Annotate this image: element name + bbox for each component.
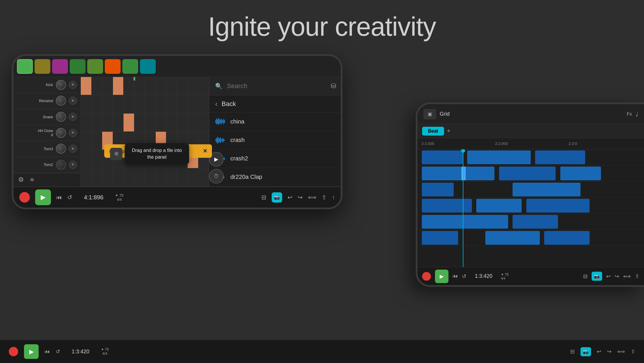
timeline-clip-10[interactable] xyxy=(526,199,590,213)
grid-cell-3-0[interactable] xyxy=(81,132,92,150)
timeline-clip-11[interactable] xyxy=(422,215,508,229)
track-add-rimshot[interactable]: + xyxy=(69,97,77,105)
grid-cell-1-6[interactable] xyxy=(145,95,156,113)
sound-item-china[interactable]: china xyxy=(209,112,341,131)
bottom-play-btn[interactable]: ▶ xyxy=(24,344,39,359)
gear-icon[interactable]: ⚙ xyxy=(18,176,24,184)
grid-cell-0-0[interactable] xyxy=(81,77,92,95)
grid-cell-2-3[interactable] xyxy=(113,114,124,131)
grid-cell-0-7[interactable] xyxy=(156,77,167,95)
back-row[interactable]: ‹ Back xyxy=(209,95,341,112)
redo-icon[interactable]: ↪ xyxy=(298,194,303,201)
grid-cell-3-1[interactable] xyxy=(92,132,102,150)
right-share-icon[interactable]: ⇧ xyxy=(635,273,639,280)
sound-item-crash2[interactable]: crash2 xyxy=(209,150,341,168)
mixer-icon[interactable]: ⊟ xyxy=(261,194,266,201)
bottom-camera-icon[interactable]: 📷 xyxy=(580,347,591,356)
track-add-tom3[interactable]: + xyxy=(69,145,77,153)
grid-cell-5-10[interactable] xyxy=(188,168,198,186)
grid-cell-5-2[interactable] xyxy=(102,168,113,186)
grid-cell-2-10[interactable] xyxy=(188,114,198,131)
grid-cell-4-0[interactable] xyxy=(81,150,92,168)
right-play-btn[interactable]: ▶ xyxy=(435,270,448,283)
timeline-clip-4[interactable] xyxy=(499,167,556,180)
filter-icon[interactable]: ⛁ xyxy=(331,82,336,90)
grid-cell-5-6[interactable] xyxy=(145,168,156,186)
grid-cell-1-11[interactable] xyxy=(198,95,209,113)
undo-icon[interactable]: ↩ xyxy=(287,194,292,201)
search-input[interactable] xyxy=(227,82,327,90)
track-knob-snare[interactable] xyxy=(56,112,66,122)
grid-cell-2-8[interactable] xyxy=(166,114,177,131)
bottom-redo-icon[interactable]: ↪ xyxy=(607,348,612,355)
grid-cell-0-6[interactable] xyxy=(145,77,156,95)
right-expand-icon[interactable]: ⟺ xyxy=(623,273,631,280)
timeline-clip-0[interactable] xyxy=(422,150,463,164)
grid-cell-2-0[interactable] xyxy=(81,114,92,131)
grid-cell-0-10[interactable] xyxy=(188,77,198,95)
track-add-hhclose[interactable]: + xyxy=(69,129,77,137)
track-knob-kick[interactable] xyxy=(56,80,66,90)
notification-close-icon[interactable]: ✕ xyxy=(203,148,207,154)
timeline-clip-8[interactable] xyxy=(422,199,472,213)
timeline-clip-1[interactable] xyxy=(467,150,531,164)
grid-cell-0-9[interactable] xyxy=(177,77,188,95)
loop-icon[interactable]: ↺ xyxy=(67,194,72,201)
track-add-snare[interactable]: + xyxy=(69,113,77,121)
bottom-share-icon[interactable]: ⇧ xyxy=(631,348,635,355)
grid-cell-1-3[interactable] xyxy=(113,95,124,113)
grid-cell-5-5[interactable] xyxy=(134,168,145,186)
grid-cell-2-5[interactable] xyxy=(134,114,145,131)
right-undo-icon[interactable]: ↩ xyxy=(606,273,611,280)
track-knob-rimshot[interactable] xyxy=(56,96,66,106)
grid-cell-1-0[interactable] xyxy=(81,95,92,113)
timeline-clip-5[interactable] xyxy=(560,167,601,180)
timeline-clip-7[interactable] xyxy=(513,183,580,196)
note-icon[interactable]: ♩ xyxy=(636,111,638,118)
track-knob-tom2[interactable] xyxy=(56,160,66,170)
timeline-clip-12[interactable] xyxy=(513,215,558,229)
grid-cell-5-3[interactable] xyxy=(113,168,124,186)
pattern-block-2[interactable] xyxy=(52,59,68,74)
beat-plus-icon[interactable]: + xyxy=(447,128,451,134)
sound-item-crash[interactable]: crash xyxy=(209,131,341,150)
grid-cell-1-5[interactable] xyxy=(134,95,145,113)
grid-cell-1-9[interactable] xyxy=(177,95,188,113)
grid-cell-1-8[interactable] xyxy=(166,95,177,113)
right-camera-icon[interactable]: 📷 xyxy=(592,272,602,281)
expand-icon[interactable]: ⟺ xyxy=(308,194,316,201)
grid-cell-0-5[interactable] xyxy=(134,77,145,95)
pattern-block-0[interactable] xyxy=(17,59,33,74)
pattern-block-7[interactable] xyxy=(140,59,156,74)
grid-cell-5-8[interactable] xyxy=(166,168,177,186)
pattern-block-6[interactable] xyxy=(122,59,138,74)
grid-cell-5-4[interactable] xyxy=(124,168,134,186)
bottom-undo-icon[interactable]: ↩ xyxy=(597,348,601,355)
bottom-expand-icon[interactable]: ⟺ xyxy=(617,348,625,355)
grid-cell-0-8[interactable] xyxy=(166,77,177,95)
grid-cell-5-9[interactable] xyxy=(177,168,188,186)
grid-cell-1-2[interactable] xyxy=(102,95,113,113)
play-button[interactable]: ▶ xyxy=(35,189,51,205)
bottom-record-btn[interactable] xyxy=(9,347,18,356)
grid-cell-1-10[interactable] xyxy=(188,95,198,113)
share-icon[interactable]: ⇧ xyxy=(322,194,327,201)
grid-cell-0-3[interactable] xyxy=(113,77,124,95)
bottom-skip-icon[interactable]: ⏮ xyxy=(44,349,50,355)
pattern-block-3[interactable] xyxy=(70,59,85,74)
grid-cell-2-2[interactable] xyxy=(102,114,113,131)
grid-cell-1-4[interactable] xyxy=(124,95,134,113)
grid-cell-2-11[interactable] xyxy=(198,114,209,131)
waveform-icon-bottom[interactable]: ≋ xyxy=(30,177,34,183)
right-skip-icon[interactable]: ⏮ xyxy=(453,273,458,279)
bottom-mixer-icon[interactable]: ⊟ xyxy=(570,348,575,355)
track-knob-tom3[interactable] xyxy=(56,144,66,154)
track-add-tom2[interactable]: + xyxy=(69,161,77,169)
right-record-btn[interactable] xyxy=(422,272,431,281)
timeline-clip-15[interactable] xyxy=(544,231,590,245)
beat-button[interactable]: Beat xyxy=(422,127,444,136)
grid-cell-5-7[interactable] xyxy=(156,168,167,186)
pattern-block-4[interactable] xyxy=(87,59,103,74)
pattern-block-1[interactable] xyxy=(35,59,50,74)
grid-cell-1-7[interactable] xyxy=(156,95,167,113)
